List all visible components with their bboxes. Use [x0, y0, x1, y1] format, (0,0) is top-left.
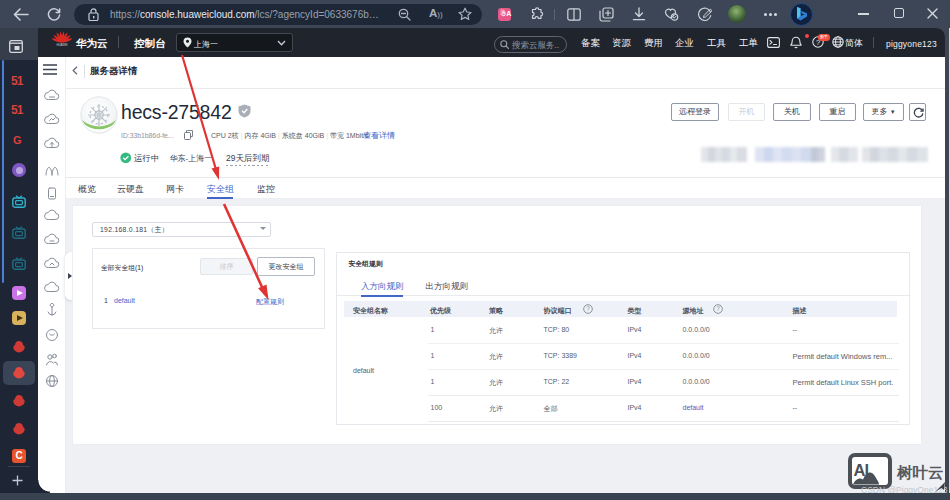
svg-text:?: ?	[716, 305, 720, 312]
svg-text:HUAWEI: HUAWEI	[56, 43, 67, 46]
svg-text:?: ?	[586, 305, 590, 312]
